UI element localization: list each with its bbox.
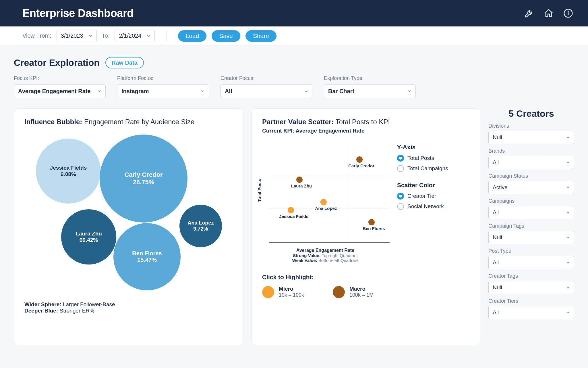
point-label: Ben Flores — [363, 226, 385, 231]
platform-focus-value: Instagram — [121, 88, 149, 95]
bubble-jessica-fields[interactable]: Jessica Fields 6.08% — [36, 139, 101, 204]
control-bar: View From: 3/1/2023 To: 2/1/2024 Load Sa… — [0, 26, 588, 45]
creator-tiers-select[interactable]: All — [488, 306, 574, 319]
scatter-point-carly-credor[interactable]: Carly Credor — [356, 156, 363, 163]
radio-label: Social Network — [407, 203, 444, 210]
campaign-tags-select[interactable]: Null — [488, 231, 574, 244]
chevron-down-icon — [200, 89, 205, 94]
chevron-down-icon — [565, 235, 570, 240]
date-from-value: 3/1/2023 — [61, 32, 83, 39]
share-button[interactable]: Share — [245, 30, 276, 42]
bubble-label: Laura Zhu — [76, 231, 102, 237]
bubble-label: Jessica Fields — [50, 165, 87, 171]
macro-label: Macro — [349, 286, 374, 292]
exploration-type-value: Bar Chart — [328, 88, 354, 95]
radio-dot-icon — [397, 165, 404, 172]
legend-b-rest: Stronger ER% — [58, 308, 94, 314]
scatter-subtitle: Current KPI: Average Engagement Rate — [262, 128, 470, 134]
bubble-ben-flores[interactable]: Ben Flores 15.47% — [113, 223, 181, 290]
section-head: Creator Exploration Raw Data — [14, 57, 574, 68]
save-button[interactable]: Save — [212, 30, 240, 42]
bubble-value: 15.47% — [137, 257, 157, 263]
date-from-select[interactable]: 3/1/2023 — [57, 30, 97, 42]
point-label: Jessica Fields — [279, 214, 308, 219]
creator-tiers-label: Creator Tiers — [488, 298, 574, 304]
point-label: Laura Zhu — [291, 183, 312, 188]
divider — [166, 31, 167, 41]
scatter-point-ana-lopez[interactable]: Ana Lopez — [320, 199, 327, 205]
point-label: Carly Credor — [348, 163, 374, 168]
bubble-label: Carly Credor — [124, 171, 163, 179]
radio-creator-tier[interactable]: Creator Tier — [397, 193, 448, 200]
scatter-title-rest: Total Posts to KPI — [334, 118, 390, 126]
scatter-point-jessica-fields[interactable]: Jessica Fields — [288, 207, 294, 213]
partner-value-scatter-card: Partner Value Scatter: Total Posts to KP… — [252, 108, 480, 345]
campaign-tags-label: Campaign Tags — [488, 223, 574, 229]
highlight-macro[interactable]: Macro 100k – 1M — [333, 286, 374, 298]
home-icon[interactable] — [544, 8, 554, 18]
micro-label: Micro — [279, 286, 304, 292]
filter-row: Focus KPI: Average Engagement Rate Platf… — [14, 75, 574, 98]
radio-total-posts[interactable]: Total Posts — [397, 155, 448, 162]
creator-tags-value: Null — [493, 284, 502, 291]
bubble-laura-zhu[interactable]: Laura Zhu 66.42% — [61, 209, 116, 264]
scatter-title: Partner Value Scatter: Total Posts to KP… — [262, 118, 470, 126]
bubble-title-bold: Influence Bubble: — [24, 118, 82, 126]
post-type-select[interactable]: All — [488, 256, 574, 269]
divisions-label: Divisions — [488, 123, 574, 129]
y-axis-label: Total Posts — [257, 179, 262, 202]
bubble-ana-lopez[interactable]: Ana Lopez 9.72% — [179, 205, 222, 247]
post-type-value: All — [493, 259, 499, 266]
brands-select[interactable]: All — [488, 156, 574, 169]
platform-focus-select[interactable]: Instagram — [117, 84, 209, 98]
strong-value-note: Strong Value: Top-right Quadrant — [262, 253, 388, 258]
info-icon[interactable] — [563, 8, 573, 18]
radio-total-campaigns[interactable]: Total Campaigns — [397, 165, 448, 172]
influence-bubble-card: Influence Bubble: Engagement Rate by Aud… — [14, 108, 243, 345]
load-button[interactable]: Load — [178, 30, 206, 42]
campaign-status-label: Campaign Status — [488, 173, 574, 179]
chevron-down-icon — [303, 89, 309, 94]
chevron-down-icon — [565, 285, 570, 290]
chevron-down-icon — [97, 89, 102, 94]
focus-kpi-label: Focus KPI: — [14, 75, 106, 81]
bubble-value: 6.08% — [61, 171, 76, 177]
focus-kpi-select[interactable]: Average Engagement Rate — [14, 84, 106, 98]
radio-social-network[interactable]: Social Network — [397, 203, 448, 210]
point-label: Ana Lopez — [315, 206, 337, 211]
bubble-label: Ben Flores — [132, 250, 162, 257]
chevron-down-icon — [407, 89, 412, 94]
macro-range: 100k – 1M — [349, 292, 374, 298]
creator-focus-value: All — [225, 88, 232, 95]
bubble-carly-credor[interactable]: Carly Credor 26.75% — [100, 135, 187, 223]
chevron-down-icon — [565, 135, 570, 140]
scatter-point-ben-flores[interactable]: Ben Flores — [368, 219, 375, 225]
bubble-value: 26.75% — [133, 179, 154, 186]
brands-value: All — [493, 159, 499, 166]
divisions-select[interactable]: Null — [488, 131, 574, 144]
sidebar: 5 Creators Divisions Null Brands All Cam… — [488, 108, 574, 345]
creator-tags-select[interactable]: Null — [488, 281, 574, 294]
micro-range: 10k – 100k — [279, 292, 304, 298]
highlight-micro[interactable]: Micro 10k – 100k — [262, 286, 304, 298]
chevron-down-icon — [146, 33, 151, 39]
creator-tiers-value: All — [493, 309, 499, 316]
raw-data-button[interactable]: Raw Data — [105, 57, 144, 68]
creator-focus-select[interactable]: All — [220, 84, 312, 98]
panels: Influence Bubble: Engagement Rate by Aud… — [14, 108, 574, 345]
scatter-point-laura-zhu[interactable]: Laura Zhu — [296, 177, 303, 183]
radio-dot-icon — [397, 155, 404, 162]
scatter-title-bold: Partner Value Scatter: — [262, 118, 334, 126]
svg-point-2 — [568, 11, 568, 11]
radio-label: Total Campaigns — [407, 165, 448, 172]
macro-swatch-icon — [333, 286, 345, 298]
date-to-select[interactable]: 2/1/2024 — [115, 30, 155, 42]
highlight-row: Micro 10k – 100k Macro 100k – 1M — [262, 286, 470, 298]
legend-a-bold: Wider Sphere: — [24, 301, 61, 307]
campaigns-select[interactable]: All — [488, 206, 574, 219]
wrench-icon[interactable] — [524, 8, 534, 18]
exploration-type-select[interactable]: Bar Chart — [324, 84, 416, 98]
bubble-value: 9.72% — [193, 226, 208, 232]
content: Creator Exploration Raw Data Focus KPI: … — [0, 45, 588, 345]
campaign-status-select[interactable]: Active — [488, 181, 574, 194]
